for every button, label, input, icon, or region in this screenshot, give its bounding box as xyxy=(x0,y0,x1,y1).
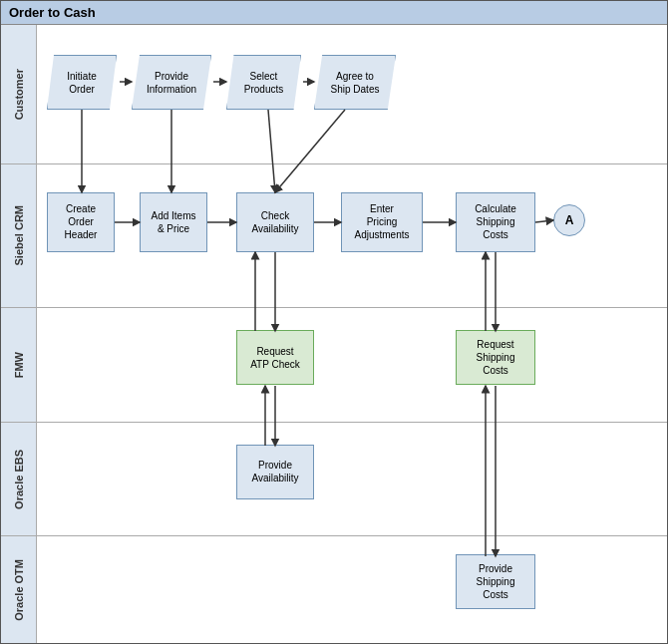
lane-siebel-content: CreateOrderHeader Add Items& Price Check… xyxy=(37,164,667,308)
add-items-price-box: Add Items& Price xyxy=(140,192,207,252)
enter-pricing-label: EnterPricingAdjustments xyxy=(354,202,409,241)
provide-availability-label: ProvideAvailability xyxy=(251,459,298,484)
provide-shipping-costs-label: ProvideShippingCosts xyxy=(477,562,515,601)
lane-label-customer: Customer xyxy=(1,25,37,163)
lanes-area: Customer InitiateOrder ProvideInformatio… xyxy=(1,25,667,643)
agree-ship-dates-box: Agree toShip Dates xyxy=(314,55,396,110)
add-items-price-label: Add Items& Price xyxy=(151,209,195,235)
calculate-shipping-box: CalculateShippingCosts xyxy=(456,192,535,252)
lane-oracle-ebs-content: ProvideAvailability xyxy=(37,423,667,536)
customer-label: Customer xyxy=(13,69,25,120)
lane-siebel: Siebel CRM CreateOrderHeader Add Items& … xyxy=(1,164,667,309)
agree-ship-dates-label: Agree toShip Dates xyxy=(331,70,380,96)
request-atp-box: RequestATP Check xyxy=(236,330,314,385)
check-availability-box: CheckAvailability xyxy=(236,192,314,252)
lane-oracle-ebs: Oracle EBS ProvideAvailability xyxy=(1,423,667,537)
lane-label-fmw: FMW xyxy=(1,308,37,422)
fmw-label: FMW xyxy=(13,352,25,378)
lane-fmw: FMW RequestATP Check RequestShippingCost… xyxy=(1,308,667,423)
lane-customer: Customer InitiateOrder ProvideInformatio… xyxy=(1,25,667,164)
provide-info-box: ProvideInformation xyxy=(132,55,211,110)
lane-fmw-content: RequestATP Check RequestShippingCosts xyxy=(37,308,667,422)
diagram-container: Order to Cash Customer InitiateOrder Pro… xyxy=(0,0,668,644)
create-order-header-box: CreateOrderHeader xyxy=(47,192,115,252)
provide-shipping-costs-box: ProvideShippingCosts xyxy=(456,554,535,609)
lane-customer-content: InitiateOrder ProvideInformation SelectP… xyxy=(37,25,667,163)
lane-label-oracle-otm: Oracle OTM xyxy=(1,536,37,643)
connector-a: A xyxy=(553,204,585,236)
calculate-shipping-label: CalculateShippingCosts xyxy=(475,202,516,241)
enter-pricing-box: EnterPricingAdjustments xyxy=(341,192,423,252)
connector-a-label: A xyxy=(565,213,574,227)
initiate-order-label: InitiateOrder xyxy=(67,70,96,96)
lane-label-siebel: Siebel CRM xyxy=(1,164,37,308)
initiate-order-box: InitiateOrder xyxy=(47,55,117,110)
request-atp-label: RequestATP Check xyxy=(250,345,300,371)
provide-availability-box: ProvideAvailability xyxy=(236,445,314,499)
oracle-otm-label: Oracle OTM xyxy=(13,559,25,621)
oracle-ebs-label: Oracle EBS xyxy=(13,450,25,509)
svg-line-7 xyxy=(535,220,553,222)
siebel-label: Siebel CRM xyxy=(13,205,25,266)
select-products-label: SelectProducts xyxy=(244,70,283,96)
request-shipping-costs-box: RequestShippingCosts xyxy=(456,330,535,385)
lane-oracle-otm: Oracle OTM ProvideShippingCosts xyxy=(1,536,667,643)
lane-oracle-otm-content: ProvideShippingCosts xyxy=(37,536,667,643)
lane-label-oracle-ebs: Oracle EBS xyxy=(1,423,37,536)
create-order-header-label: CreateOrderHeader xyxy=(65,202,98,241)
request-shipping-costs-label: RequestShippingCosts xyxy=(477,338,515,377)
diagram-title: Order to Cash xyxy=(1,1,667,25)
provide-info-label: ProvideInformation xyxy=(147,70,196,96)
check-availability-label: CheckAvailability xyxy=(251,209,298,235)
select-products-box: SelectProducts xyxy=(226,55,301,110)
